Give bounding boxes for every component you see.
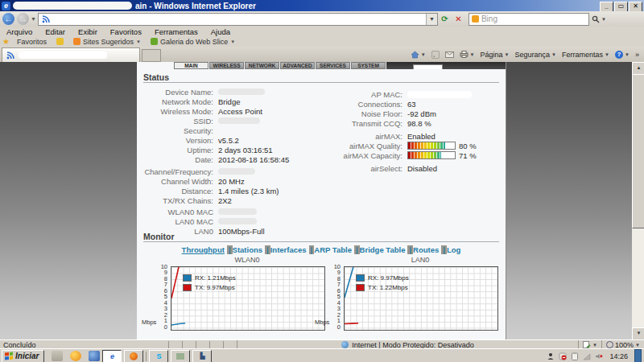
read-mail-button[interactable] <box>445 51 454 58</box>
address-input[interactable]: ▼ <box>38 13 438 26</box>
address-dropdown[interactable]: ▼ <box>426 14 437 25</box>
tray-volume-muted-icon[interactable] <box>595 352 603 360</box>
print-button[interactable]: ▼ <box>460 51 475 58</box>
back-button[interactable]: ← <box>2 13 14 25</box>
link-stations[interactable]: Stations <box>233 245 262 254</box>
legend-label: TX: 9.97Mbps <box>195 284 235 291</box>
link-routes[interactable]: Routes <box>413 245 439 254</box>
taskbar-button-ie[interactable]: e <box>102 350 122 362</box>
airos-header-dropdown-partial[interactable] <box>413 64 443 69</box>
legend-label: TX: 1.22Mbps <box>368 284 408 291</box>
vertical-scrollbar[interactable]: ▲ ▼ <box>632 62 644 339</box>
tray-clipboard-icon[interactable] <box>571 352 579 360</box>
new-tab-button[interactable] <box>142 49 161 62</box>
tray-user-icon[interactable] <box>547 352 555 360</box>
row-wlan0-mac: WLAN0 MAC <box>137 207 257 216</box>
row-ssid: SSID: <box>137 116 260 125</box>
legend-swatch <box>183 284 192 291</box>
menu-editar[interactable]: Editar <box>39 27 72 36</box>
chart-title: LAN0 <box>344 256 497 264</box>
chevron-down-icon: ▼ <box>635 343 640 348</box>
tab-services[interactable]: SERVICES <box>316 62 350 69</box>
browser-tab-active[interactable] <box>2 47 140 62</box>
add-favorite-icon <box>56 38 64 45</box>
status-segment <box>196 341 209 348</box>
stop-button[interactable]: ✕ <box>452 13 465 26</box>
window-title: ain - Windows Internet Explorer <box>135 2 256 10</box>
tab-main[interactable]: MAIN <box>174 62 208 69</box>
tools-menu-button[interactable]: Ferramentas▼ <box>562 51 609 59</box>
search-button[interactable]: ▼ <box>589 13 609 26</box>
airos-tab-bar: MAIN WIRELESS NETWORK ADVANCED SERVICES … <box>137 62 506 69</box>
search-input[interactable]: Bing <box>469 13 589 26</box>
feeds-button[interactable] <box>431 51 440 59</box>
tray-network-signal-icon[interactable] <box>583 352 591 360</box>
menu-ajuda[interactable]: Ajuda <box>204 27 237 36</box>
refresh-button[interactable]: ⟳ <box>438 13 452 26</box>
chart-title: WLAN0 <box>171 256 324 264</box>
chevron-down-icon: ▼ <box>230 39 235 44</box>
bing-icon <box>472 15 479 23</box>
taskbar-separator <box>146 352 147 361</box>
airos-page: MAIN WIRELESS NETWORK ADVANCED SERVICES … <box>137 62 506 339</box>
series-line-tx <box>171 267 180 298</box>
link-bridge-table[interactable]: Bridge Table <box>360 245 406 254</box>
taskbar-button-firefox[interactable] <box>124 350 143 362</box>
app-icon <box>176 353 184 360</box>
quicklaunch-show-desktop-icon[interactable] <box>52 351 63 361</box>
menu-arquivo[interactable]: Arquivo <box>0 27 39 36</box>
start-label: Iniciar <box>15 352 39 360</box>
title-redaction-blob <box>13 2 132 10</box>
search-options-dropdown[interactable]: ▼ <box>601 17 606 22</box>
web-slice-icon <box>151 38 158 45</box>
chevron-down-icon: ▼ <box>136 39 141 44</box>
menu-favoritos[interactable]: Favoritos <box>104 27 148 36</box>
menu-exibir[interactable]: Exibir <box>72 27 104 36</box>
home-button[interactable]: ▼ <box>411 51 426 59</box>
search-placeholder: Bing <box>481 14 497 23</box>
start-button[interactable]: Iniciar <box>2 350 44 362</box>
link-arp-table[interactable]: ARP Table <box>314 245 352 254</box>
commandbar-overflow-button[interactable]: » <box>635 51 639 59</box>
quicklaunch-media-icon[interactable] <box>70 351 81 361</box>
redaction-blob <box>218 168 255 175</box>
tab-advanced[interactable]: ADVANCED <box>280 62 315 69</box>
taskbar-button-app2[interactable]: ▙ <box>192 350 212 362</box>
tab-network[interactable]: NETWORK <box>245 62 279 69</box>
tab-system[interactable]: SYSTEM <box>351 62 386 69</box>
link-interfaces[interactable]: Interfaces <box>270 245 307 254</box>
nav-history-dropdown[interactable]: ▼ <box>31 16 36 22</box>
tray-security-icon[interactable] <box>559 352 567 360</box>
row-network-mode: Network Mode:Bridge <box>137 97 240 106</box>
globe-icon <box>341 341 349 348</box>
tab-row: ▼ ▼ Pá <box>0 47 644 62</box>
safety-menu-button[interactable]: Segurança▼ <box>515 51 557 59</box>
help-menu-button[interactable]: ?▼ <box>615 51 630 59</box>
legend-label: RX: 9.97Mbps <box>368 274 409 282</box>
safety-menu-label: Segurança <box>515 51 551 59</box>
legend-item: TX: 1.22Mbps <box>356 282 409 292</box>
forward-button[interactable]: → <box>17 13 29 25</box>
scroll-thumb[interactable] <box>632 74 644 228</box>
tab-wireless[interactable]: WIRELESS <box>209 62 244 69</box>
taskbar-clock[interactable]: 14:26 <box>607 352 630 360</box>
show-desktop-strip[interactable] <box>634 349 642 362</box>
row-noise-floor: Noise Floor:-92 dBm <box>282 109 436 118</box>
legend-label: RX: 1.21Mbps <box>195 274 236 282</box>
menu-ferramentas[interactable]: Ferramentas <box>148 27 204 36</box>
favorites-bar: ★ Favoritos Sites Sugeridos ▼ Galeria do… <box>0 36 644 47</box>
link-log[interactable]: Log <box>447 245 460 254</box>
quicklaunch-network-icon[interactable] <box>89 351 100 361</box>
favorites-button[interactable]: Favoritos <box>12 38 52 46</box>
monitor-heading: Monitor <box>143 232 175 241</box>
web-slice-gallery-button[interactable]: Galeria do Web Slice ▼ <box>146 38 240 46</box>
link-throughput[interactable]: Throughput <box>182 245 225 254</box>
divider <box>143 82 499 83</box>
taskbar-button-app1[interactable] <box>171 350 190 362</box>
taskbar-button-skype[interactable]: S <box>149 350 168 362</box>
row-lan0-mac: LAN0 MAC <box>137 216 257 226</box>
tab-title-redaction-blob <box>19 51 107 59</box>
page-menu-button[interactable]: Página▼ <box>481 51 510 59</box>
suggested-sites-button[interactable]: Sites Sugeridos ▼ <box>68 38 146 46</box>
add-favorite-button[interactable] <box>52 38 68 45</box>
